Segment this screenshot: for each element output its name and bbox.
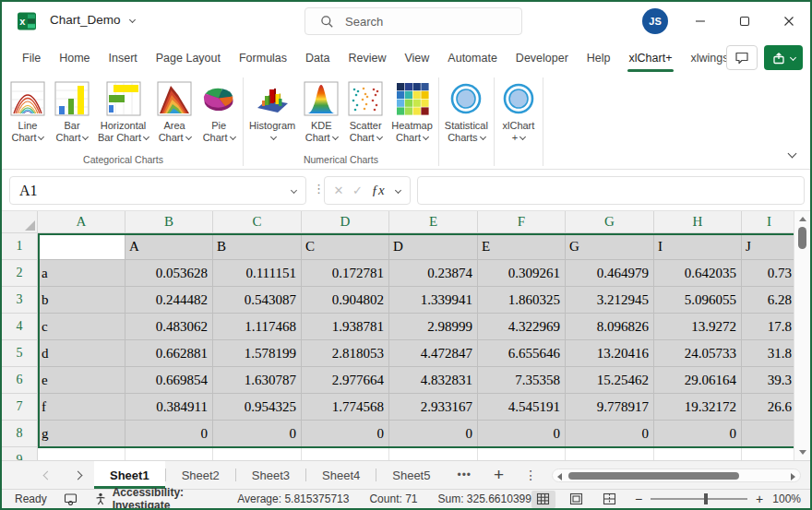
macro-record-button[interactable]	[64, 492, 78, 505]
cell-B3[interactable]: 0.244482	[125, 287, 213, 314]
cell-E8[interactable]: 0	[389, 421, 478, 447]
cell-E3[interactable]: 1.339941	[389, 287, 478, 314]
cell-I1[interactable]: J	[742, 233, 797, 260]
menu-tab-data[interactable]: Data	[296, 42, 339, 75]
scatter-chart-button[interactable]: ScatterChart	[343, 78, 388, 146]
menu-tab-review[interactable]: Review	[339, 42, 395, 75]
cell-H7[interactable]: 19.32172	[654, 394, 742, 421]
column-header-E[interactable]: E	[389, 211, 478, 233]
scroll-right-icon[interactable]	[791, 473, 795, 480]
cell-D1[interactable]: C	[302, 233, 389, 260]
avatar[interactable]: JS	[642, 8, 668, 34]
cell-G6[interactable]: 15.25462	[566, 367, 654, 394]
cell-C2[interactable]: 0.111151	[213, 260, 302, 287]
cell-G9[interactable]	[566, 447, 654, 460]
sheet-tab-sheet5[interactable]: Sheet5	[376, 461, 446, 489]
menu-tab-formulas[interactable]: Formulas	[230, 42, 296, 75]
cell-F2[interactable]: 0.309261	[478, 260, 566, 287]
zoom-in-button[interactable]: +	[756, 492, 763, 506]
vertical-scrollbar[interactable]	[794, 211, 810, 460]
cell-C5[interactable]: 1.578199	[213, 340, 302, 367]
cell-E2[interactable]: 0.23874	[389, 260, 478, 287]
previous-sheet-icon[interactable]	[43, 470, 53, 480]
pie-chart-button[interactable]: PieChart	[197, 78, 241, 146]
zoom-level[interactable]: 100%	[772, 492, 801, 505]
menu-tab-help[interactable]: Help	[578, 42, 620, 75]
share-button[interactable]	[764, 45, 803, 70]
cell-H1[interactable]: I	[654, 233, 742, 260]
cell-E7[interactable]: 2.933167	[389, 394, 478, 421]
cell-G3[interactable]: 3.212945	[566, 287, 654, 314]
cell-A9[interactable]	[38, 447, 125, 460]
close-button[interactable]	[769, 2, 809, 41]
row-header-2[interactable]: 2	[2, 260, 38, 287]
cell-F9[interactable]	[478, 447, 566, 460]
menu-tab-insert[interactable]: Insert	[100, 42, 147, 75]
cell-A7[interactable]: f	[38, 394, 125, 421]
collapse-ribbon-button[interactable]	[786, 146, 795, 162]
cell-H4[interactable]: 13.9272	[654, 314, 742, 340]
menu-tab-page-layout[interactable]: Page Layout	[147, 42, 230, 75]
zoom-out-button[interactable]: −	[635, 492, 642, 506]
cell-D2[interactable]: 0.172781	[302, 260, 389, 287]
cell-F1[interactable]: E	[478, 233, 566, 260]
horizontal-scrollbar[interactable]	[552, 468, 801, 482]
heatmap-chart-button[interactable]: HeatmapChart	[388, 78, 436, 146]
cell-B2[interactable]: 0.053628	[125, 260, 213, 287]
column-header-A[interactable]: A	[38, 211, 125, 233]
cell-A6[interactable]: e	[38, 367, 125, 394]
cell-A1[interactable]	[38, 233, 125, 260]
cell-C8[interactable]: 0	[213, 421, 302, 447]
column-header-F[interactable]: F	[478, 211, 566, 233]
insert-function-icon[interactable]: ƒx	[372, 183, 385, 198]
cell-B1[interactable]: A	[125, 233, 213, 260]
cell-C4[interactable]: 1.117468	[213, 314, 302, 340]
menu-tab-automate[interactable]: Automate	[438, 42, 507, 75]
cell-H2[interactable]: 0.642035	[654, 260, 742, 287]
formula-input[interactable]	[417, 176, 805, 205]
cancel-icon[interactable]: ✕	[334, 184, 344, 197]
row-header-7[interactable]: 7	[2, 394, 38, 421]
row-header-5[interactable]: 5	[2, 340, 38, 367]
cell-A5[interactable]: d	[38, 340, 125, 367]
cell-H9[interactable]	[654, 447, 742, 460]
cell-D5[interactable]: 2.818053	[302, 340, 389, 367]
area-chart-button[interactable]: AreaChart	[152, 78, 197, 146]
row-header-6[interactable]: 6	[2, 367, 38, 394]
cell-F7[interactable]: 4.545191	[478, 394, 566, 421]
cell-D9[interactable]	[302, 447, 389, 460]
cell-A3[interactable]: b	[38, 287, 125, 314]
cell-D7[interactable]: 1.774568	[302, 394, 389, 421]
page-break-view-button[interactable]	[598, 491, 622, 508]
cell-C6[interactable]: 1.630787	[213, 367, 302, 394]
cell-B6[interactable]: 0.669854	[125, 367, 213, 394]
menu-tab-xlchart[interactable]: xlChart+	[620, 42, 682, 75]
cell-A2[interactable]: a	[38, 260, 125, 287]
sheet-tab-sheet3[interactable]: Sheet3	[236, 461, 305, 489]
page-layout-view-button[interactable]	[565, 491, 589, 508]
cell-C3[interactable]: 0.543087	[213, 287, 302, 314]
cell-B4[interactable]: 0.483062	[125, 314, 213, 340]
cell-E1[interactable]: D	[389, 233, 478, 260]
horizontal-scroll-thumb[interactable]	[568, 472, 739, 480]
accessibility-status[interactable]	[94, 492, 107, 505]
line-chart-button[interactable]: LineChart	[6, 78, 50, 146]
sheet-tab-sheet1[interactable]: Sheet1	[94, 461, 165, 489]
column-header-D[interactable]: D	[302, 211, 389, 233]
cell-D8[interactable]: 0	[302, 421, 389, 447]
scroll-left-icon[interactable]	[557, 473, 562, 480]
row-header-3[interactable]: 3	[2, 287, 38, 314]
cell-C9[interactable]	[213, 447, 302, 460]
row-header-9[interactable]: 9	[2, 447, 38, 460]
horizontal-bar-chart-button[interactable]: HorizontalBar Chart	[94, 78, 152, 146]
column-header-H[interactable]: H	[654, 211, 742, 233]
row-header-4[interactable]: 4	[2, 314, 38, 340]
sheet-tab-sheet2[interactable]: Sheet2	[166, 461, 235, 489]
cell-I9[interactable]	[742, 447, 797, 460]
cell-I5[interactable]: 31.8	[742, 340, 797, 367]
maximize-button[interactable]	[724, 2, 765, 41]
menu-tab-developer[interactable]: Developer	[507, 42, 578, 75]
cell-C7[interactable]: 0.954325	[213, 394, 302, 421]
column-header-I[interactable]: I	[742, 211, 797, 233]
accessibility-label[interactable]: Accessibility: Investigate	[113, 486, 218, 510]
